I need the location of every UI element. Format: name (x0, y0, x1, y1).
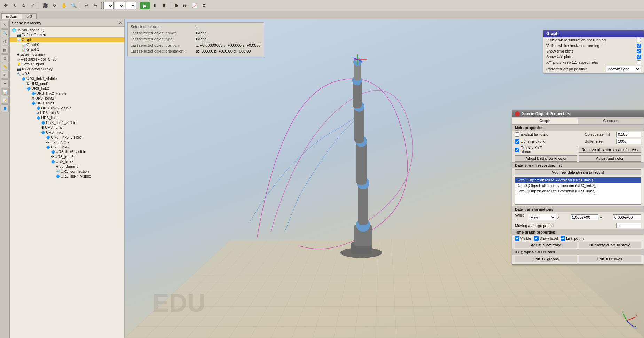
icon-physics[interactable]: ⚛ (1, 71, 9, 79)
tree-item-UR3_link4_visible[interactable]: 🔷UR3_link4_visible (10, 120, 124, 125)
tree-item-UR3_link2_visible[interactable]: 🔷UR3_link2_visible (10, 91, 124, 96)
icon-pointer[interactable]: ↖ (1, 21, 9, 29)
toolbar-undo-btn[interactable]: ↩ (82, 2, 91, 9)
sop-add-stream-btn[interactable]: Add new data stream to record (515, 169, 641, 175)
tree-item-UR3_link3_visible[interactable]: 🔷UR3_link3_visible (10, 105, 124, 110)
tree-item-UR3_link6[interactable]: 🔷UR3_link6 (10, 144, 124, 149)
sop-check-visible[interactable] (515, 236, 519, 241)
bullet-dropdown[interactable]: Bullet 2.78 (103, 2, 114, 9)
icon-path[interactable]: 〰 (1, 79, 9, 87)
toolbar-scale-btn[interactable]: ⤢ (29, 2, 37, 9)
tree-item-UR3_joint1[interactable]: ⚙UR3_joint1 (10, 81, 124, 86)
sop-check-show-label[interactable] (534, 236, 539, 241)
graph-btn[interactable]: 📈 (190, 2, 199, 9)
data-list-item-2[interactable]: Data1 [Object: absolute z-position (UR3_… (515, 188, 641, 194)
cb-link-points[interactable]: Link points (561, 236, 584, 241)
tree-item-UR3_link4[interactable]: 🔷UR3_link4 (10, 115, 124, 120)
sop-tab-common[interactable]: Common (578, 117, 644, 124)
toolbar-redo-btn[interactable]: ↪ (91, 2, 100, 9)
tree-item-UR3_link5[interactable]: 🔷UR3_link5 (10, 130, 124, 135)
pause-button[interactable]: ⏸ (151, 2, 159, 9)
icon-graph[interactable]: 📊 (1, 88, 9, 95)
playback-btn[interactable]: ⏭ (181, 2, 189, 9)
gp-check-vis-not-running[interactable] (637, 38, 641, 42)
tree-item-UR3_joint6[interactable]: ⚙UR3_joint6 (10, 154, 124, 159)
icon-grid[interactable]: ⊞ (1, 54, 9, 62)
sop-adj-grid-btn[interactable]: Adjust grid color (579, 155, 641, 162)
sop-check-link-points[interactable] (561, 236, 565, 241)
toolbar-cam-btn[interactable]: 🎥 (41, 2, 50, 9)
sop-tab-graph[interactable]: Graph (512, 117, 578, 124)
icon-settings[interactable]: ⚙ (1, 38, 9, 45)
stop-button[interactable]: ⏹ (160, 2, 168, 9)
sop-data-list[interactable]: Data [Object: absolute x-position (UR3_l… (515, 177, 641, 205)
tree-item-target_dummy[interactable]: ◉target_dummy (10, 52, 124, 57)
tab-ur3xin[interactable]: ur3xin (1, 13, 22, 19)
tree-item-UR3_link5_visible[interactable]: 🔷UR3_link5_visible (10, 135, 124, 140)
tree-item-Graph1[interactable]: 📊Graph1 (10, 47, 124, 52)
data-list-item-1[interactable]: Data0 [Object: absolute y-position (UR3_… (515, 183, 641, 188)
icon-search[interactable]: 🔍 (1, 29, 9, 37)
extras-btn[interactable]: ⚙ (200, 2, 208, 9)
icon-layers[interactable]: ▤ (1, 46, 9, 54)
sop-adj-curve-btn[interactable]: Adjust curve color (515, 242, 577, 248)
gp-check-aspect[interactable] (637, 60, 641, 64)
sop-edit-3d-btn[interactable]: Edit 3D curves (579, 256, 641, 262)
toolbar-select-btn[interactable]: ↖ (10, 2, 19, 9)
sop-mavg-input[interactable] (616, 223, 641, 228)
sop-add-input[interactable] (613, 214, 641, 220)
tree-item-UR3_joint2[interactable]: ⚙UR3_joint2 (10, 96, 124, 101)
toolbar-zoom-btn[interactable]: 🔍 (69, 2, 78, 9)
sop-dup-static-btn[interactable]: Duplicate curve to static (579, 242, 641, 248)
record-btn[interactable]: ⏺ (172, 2, 180, 9)
tree-item-UR3_link1_visible[interactable]: 🔷UR3_link1_visible (10, 76, 124, 81)
icon-measure[interactable]: 📏 (1, 63, 9, 70)
gp-pref-pos-select[interactable]: bottom right bottom left top right top l… (606, 66, 641, 72)
sop-close-btn[interactable] (515, 111, 520, 116)
sop-check-xyz[interactable] (515, 148, 519, 152)
tab-ur3[interactable]: ur3 (22, 13, 37, 19)
tree-item-UR3_link2[interactable]: 🔷UR3_link2 (10, 86, 124, 91)
data-list-item-0[interactable]: Data [Object: absolute x-position (UR3_l… (515, 177, 641, 183)
tree-item-UR3_link6_visible[interactable]: 🔷UR3_link6_visible (10, 149, 124, 154)
tree-item-DefaultCamera[interactable]: 📷DefaultCamera (10, 32, 124, 37)
gp-check-vis-running[interactable] (637, 44, 641, 48)
tree-item-UR3_joint5[interactable]: ⚙UR3_joint5 (10, 140, 124, 144)
sop-input-objsize[interactable] (616, 132, 641, 137)
sop-check-explicit[interactable] (515, 132, 519, 137)
sidebar-close[interactable]: ✕ (119, 21, 122, 25)
tree-item-UR3_connection[interactable]: 🔗UR3_connection (10, 169, 124, 174)
tree-item-ur3xin[interactable]: 🌐ur3xin (scene 1) (10, 27, 124, 32)
toolbar-orbit-btn[interactable]: ⟳ (50, 2, 59, 9)
tree-item-Graph[interactable]: 📊Graph (10, 37, 124, 42)
icon-script[interactable]: 📝 (1, 96, 9, 104)
sop-remove-static-btn[interactable]: Remove all static streams/curves (579, 147, 641, 153)
tree-item-tip_dummy[interactable]: ◉tip_dummy (10, 164, 124, 169)
icon-user[interactable]: 👤 (1, 104, 9, 112)
tree-item-UR3_link7[interactable]: 🔷UR3_link7 (10, 159, 124, 164)
sop-val-type-select[interactable]: Raw Filtered Differentiated (528, 214, 556, 220)
gp-check-xy-plots[interactable] (637, 55, 641, 59)
tree-item-UR3_joint4[interactable]: ⚙UR3_joint4 (10, 125, 124, 130)
cb-visible[interactable]: Visible (515, 236, 531, 241)
tree-item-UR3[interactable]: 🔧UR3 (10, 71, 124, 76)
sop-edit-xy-btn[interactable]: Edit XY graphs (515, 256, 577, 262)
tree-item-XYZCameraProxy[interactable]: 📷XYZCameraProxy (10, 66, 124, 71)
sop-input-bufsize[interactable] (616, 139, 641, 144)
tree-item-ResizableFloor[interactable]: ▭ResizableFloor_5_25 (10, 57, 124, 62)
tree-item-Graph0[interactable]: 📊Graph0 (10, 42, 124, 47)
viewport[interactable]: Selected objects: 1 Last selected object… (125, 19, 644, 338)
accurate-dropdown[interactable]: Accurate (defau... (115, 2, 125, 9)
sop-mult-input[interactable] (571, 214, 598, 220)
sop-adj-bg-btn[interactable]: Adjust background color (515, 155, 577, 162)
sop-check-cyclic[interactable] (515, 139, 519, 144)
tree-item-UR3_link7_visible[interactable]: 🔷UR3_link7_visible (10, 174, 124, 179)
tree-item-UR3_link3[interactable]: 🔷UR3_link3 (10, 101, 124, 105)
play-button[interactable]: ▶ (140, 2, 150, 9)
toolbar-pan-btn[interactable]: ✋ (60, 2, 69, 9)
toolbar-move-btn[interactable]: ✥ (1, 2, 10, 9)
dt-dropdown[interactable]: dt=50 ms (default) (126, 2, 136, 9)
tree-item-UR3_joint3[interactable]: ⚙UR3_joint3 (10, 110, 124, 115)
cb-show-label[interactable]: Show label (534, 236, 558, 241)
toolbar-rotate-btn[interactable]: ↻ (19, 2, 28, 9)
